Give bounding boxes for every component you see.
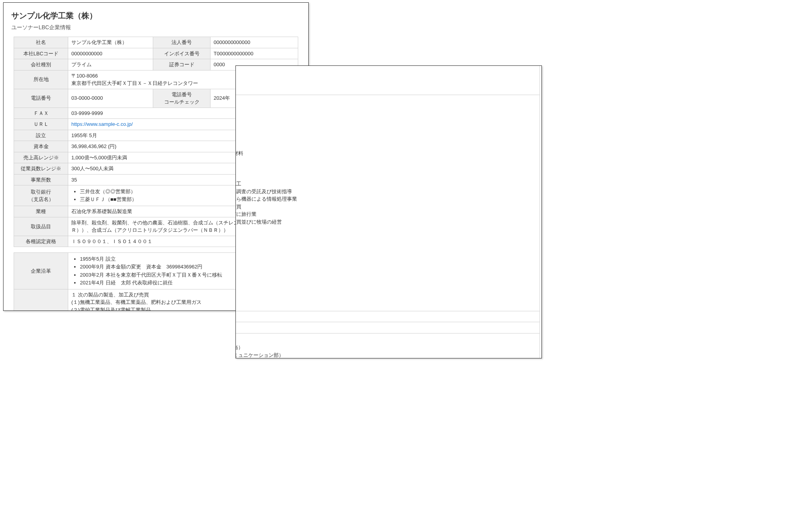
label-capital: 資本金 — [14, 141, 68, 152]
label-offices: 事業所数 — [14, 174, 68, 185]
purpose-line: １３ 有価証券の保有及び運⽤ — [235, 249, 536, 256]
label-sales-range: 売上高レンジ※ — [14, 152, 68, 163]
label-url: ＵＲＬ — [14, 119, 68, 130]
table-row: 代表役職 代表取締役社⻑兼社⻑執⾏役員 — [235, 322, 540, 333]
value-representative: ⽇経 太郎 — [235, 311, 540, 322]
table-row: 目的 １ 次の製品の製造、加⼯及び売買(１)無機⼯業薬品、有機⼯業薬品、肥料およ… — [235, 95, 540, 311]
label-address: 所在地 — [14, 70, 68, 89]
purpose-line: (３)合成樹脂・合成ゴム・⼯業薬品及びその他の化学⼯業製品 — [235, 119, 536, 127]
purpose-line: １２ 倉庫業、運送事業及び運送取扱事業 — [235, 241, 536, 249]
label-fax: ＦＡＸ — [14, 108, 68, 119]
label-invoice-number: インボイス番号 — [153, 48, 211, 59]
value-rep-title: 代表取締役社⻑兼社⻑執⾏役員 — [235, 322, 540, 333]
label-history: 企業沿革 — [14, 253, 68, 289]
right-inner-content: 企業沿革 1955年5⽉ 設⽴ 2000年9⽉ 資本⾦額の変更 資本⾦ 3699… — [235, 65, 542, 358]
list-item: 1955年5⽉ 設⽴ — [235, 65, 536, 69]
list-item: 2000年9⽉ 資本⾦額の変更 資本⾦ 36998436962円 — [235, 69, 536, 76]
purpose-line: (７)耐⽕材料・研磨材料・電⼦機器⽤材料・電池材料及び原⼦⼒⼯業⽤材料 — [235, 150, 536, 157]
label-lbc-code: 本社LBCコード — [14, 48, 68, 59]
value-purpose: １ 次の製品の製造、加⼯及び売買(１)無機⼯業薬品、有機⼯業薬品、肥料および⼯業… — [235, 95, 540, 311]
label-industry: 業種 — [14, 206, 68, 217]
purpose-line: (８)⾷品添加物及び飼料・飼料添加物 — [235, 157, 536, 165]
purpose-line: ３ ⾃家⽤電⼒事業及び電気供給事業 — [235, 173, 536, 180]
label-products: 取扱品目 — [14, 217, 68, 236]
history-list-r: 1955年5⽉ 設⽴ 2000年9⽉ 資本⾦額の変更 資本⾦ 369984369… — [235, 65, 536, 92]
purpose-line: (２)電炉⼯業製品及び電解⼯業製品 — [235, 112, 536, 120]
purpose-line: (６)セラミックス — [235, 142, 536, 150]
purpose-line: ２ ⽯灰⽯その他の鉱物の採掘、加⼯及び売買 — [235, 165, 536, 173]
purpose-line: １１ 不動産の売買、賃借、管理及び仲介 — [235, 233, 536, 241]
purpose-line: ９ 農産物・林産物・⽔産物及び畜産物の栽培、養殖、飼育、加⼯及び売買並びに牧場の… — [235, 218, 536, 226]
table-row: 企業沿革 1955年5⽉ 設⽴ 2000年9⽉ 資本⾦額の変更 資本⾦ 3699… — [235, 65, 540, 95]
purpose-line: １６ 前各号に関連する次の業務 — [235, 271, 536, 279]
purpose-line: ６ 電⼦計算機及びその周辺機器の設計、製作、売買及び賃貸並びにこれら機器による情… — [235, 195, 536, 203]
subtitle: ユーソナーLBC企業情報 — [11, 24, 301, 31]
label-security-code: 証券コード — [153, 59, 211, 71]
label-corp-number: 法人番号 — [153, 37, 211, 48]
label-phone-check: 電話番号コールチェック — [153, 89, 211, 108]
value-company-type: プライム — [68, 59, 153, 71]
company-url-link[interactable]: https://www.sample-c.co.jp/ — [71, 121, 133, 127]
purpose-line: １０ 園芸及び緑化・造園業 — [235, 226, 536, 233]
value-lbc-code: 00000000000 — [68, 48, 153, 59]
value-invoice-number: T0000000000000 — [211, 48, 298, 59]
label-certifications: 各種認定資格 — [14, 236, 68, 247]
value-officers: ⽇経 ⼀郎（取締役会⻑）品川 明夫（代表取締役 技術統括 ＣＴＯ コンプライアン… — [235, 333, 540, 358]
purpose-line: １７ 経営上必要と認める事業に対する投資 — [235, 294, 536, 302]
label-founded: 設立 — [14, 130, 68, 141]
label-company-name: 社名 — [14, 37, 68, 48]
purpose-line: (１)無機⼯業薬品、有機⼯業薬品、肥料および⼯業⽤ガス — [235, 104, 536, 112]
purpose-line: ５ 化学分析その他各種分析、解析、試験及び検査並びにこれらに関する調査の受託及び… — [235, 188, 536, 196]
purpose-line: １４ 損害保険代理業及び⽣命保険の募集に関する業務 — [235, 256, 536, 264]
table-row: 代表者 ⽇経 太郎 — [235, 311, 540, 322]
list-item: 2021年4⽉ ⽇経 太郎 代表取締役に就任 — [235, 84, 536, 92]
purpose-line: １８ 前各号に関連する⼀切の事業 — [235, 302, 536, 309]
purpose-line: １ 次の製品の製造、加⼯及び売買 — [235, 97, 536, 104]
label-company-type: 会社種別 — [14, 59, 68, 71]
value-phone: 03-0000-0000 — [68, 89, 153, 108]
right-panel: 企業沿革 1955年5⽉ 設⽴ 2000年9⽉ 資本⾦額の変更 資本⾦ 3699… — [235, 65, 542, 358]
list-item: ⼤森 誠⼆（取締役 ⼈財戦略担当 経営企画部、コーポレートコミュニケーション部） — [235, 351, 536, 358]
purpose-line: ８ 観光施設・スポーツ施設等の娯楽施設・宿泊施設の経営及び賃借並びに旅⾏業 — [235, 210, 536, 218]
list-item: 品川 明夫（代表取締役 技術統括 ＣＴＯ コンプライアンス担当） — [235, 344, 536, 351]
list-item: 2003年2⽉ 本社を東京都千代⽥区⼤⼿町Ｘ丁⽬Ｘ番Ｘ号に移転 — [235, 76, 536, 84]
purpose-line: ４ ⼟⽊建築⼯事・機械設備⼯事及び電気計装⼯事の設計、監理並びに施⼯ — [235, 180, 536, 188]
label-purpose-left — [14, 289, 68, 311]
label-banks: 取引銀行（支店名） — [14, 185, 68, 206]
label-phone: 電話番号 — [14, 89, 68, 108]
purpose-line: (２)研究、開発、調査の受託、技術の供与及びコンサルティング — [235, 286, 536, 294]
purpose-line: ７ 産業廃棄物及び⼀般廃棄物の収集、運搬、処理、再⽣及び再⽣品の売買 — [235, 203, 536, 211]
list-item: ⽇経 ⼀郎（取締役会⻑） — [235, 336, 536, 344]
value-company-name: サンプル化学工業（株） — [68, 37, 153, 48]
label-employees-range: 従業員数レンジ※ — [14, 163, 68, 175]
table-row: 役員情報 ⽇経 ⼀郎（取締役会⻑）品川 明夫（代表取締役 技術統括 ＣＴＯ コン… — [235, 333, 540, 358]
value-history-r: 1955年5⽉ 設⽴ 2000年9⽉ 資本⾦額の変更 資本⾦ 369984369… — [235, 65, 540, 95]
value-corp-number: 0000000000000 — [211, 37, 298, 48]
purpose-line: １５ 労働者派遣事業 — [235, 264, 536, 272]
table-row: 本社LBCコード 00000000000 インボイス番号 T0000000000… — [14, 48, 298, 59]
purpose-line: (５)セメントその他の⼟⽊建築材料 — [235, 134, 536, 142]
officers-list: ⽇経 ⼀郎（取締役会⻑）品川 明夫（代表取締役 技術統括 ＣＴＯ コンプライアン… — [235, 336, 536, 358]
history-purpose-table-right: 企業沿革 1955年5⽉ 設⽴ 2000年9⽉ 資本⾦額の変更 資本⾦ 3699… — [235, 65, 540, 358]
header-area: サンプル化学工業（株） ユーソナーLBC企業情報 — [4, 3, 308, 31]
company-title: サンプル化学工業（株） — [11, 11, 301, 21]
purpose-line: (４)医薬品・医薬部外品・化粧品・医療機器・試薬及び⾹料 — [235, 127, 536, 135]
table-row: 社名 サンプル化学工業（株） 法人番号 0000000000000 — [14, 37, 298, 48]
purpose-line: (１)設備等の設計、製作、施⼯、売買、賃貸及び技術指導 — [235, 279, 536, 287]
